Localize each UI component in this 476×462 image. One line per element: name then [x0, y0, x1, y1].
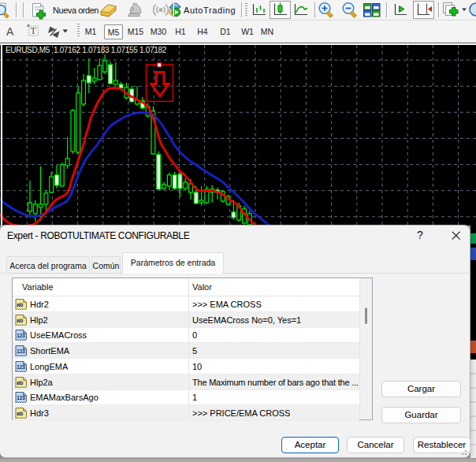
- svg-text:123: 123: [17, 395, 25, 401]
- svg-text:ab: ab: [17, 379, 23, 385]
- svg-text:ab: ab: [17, 302, 23, 307]
- svg-text:ab: ab: [17, 317, 23, 322]
- svg-text:T: T: [31, 25, 37, 36]
- svg-text:123: 123: [17, 333, 25, 338]
- svg-text:123: 123: [17, 348, 25, 354]
- svg-text:A: A: [6, 25, 14, 38]
- svg-text:ab: ab: [17, 410, 23, 415]
- svg-text:123: 123: [17, 363, 25, 369]
- svg-text:EURUSD,M5 1.07162 1.07183 1.0: EURUSD,M5 1.07162 1.07183 1.07155 1.0718…: [6, 46, 167, 54]
